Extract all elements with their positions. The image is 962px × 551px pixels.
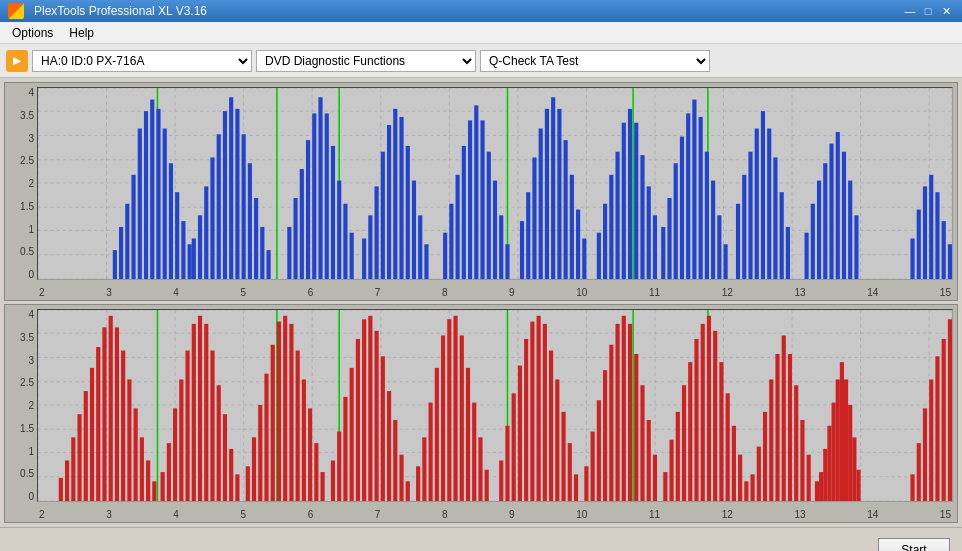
svg-rect-130 [805, 233, 809, 279]
svg-rect-100 [597, 233, 601, 279]
svg-rect-216 [314, 443, 318, 501]
svg-rect-287 [782, 335, 786, 501]
red-chart-y-axis: 4 3.5 3 2.5 2 1.5 1 0.5 0 [5, 309, 37, 502]
svg-rect-231 [416, 466, 420, 501]
svg-rect-246 [518, 366, 522, 501]
close-button[interactable]: ✕ [938, 3, 954, 19]
svg-rect-60 [312, 113, 316, 279]
svg-rect-212 [289, 324, 293, 501]
start-button[interactable]: Start [878, 538, 950, 551]
svg-rect-102 [609, 175, 613, 279]
svg-rect-277 [719, 362, 723, 501]
svg-rect-281 [744, 481, 748, 501]
svg-rect-252 [555, 379, 559, 501]
svg-rect-244 [505, 426, 509, 501]
svg-rect-87 [499, 215, 503, 279]
svg-rect-267 [653, 455, 657, 501]
svg-rect-90 [526, 192, 530, 279]
svg-rect-209 [271, 345, 275, 501]
svg-rect-229 [399, 455, 403, 501]
svg-rect-286 [775, 354, 779, 501]
blue-chart-y-axis: 4 3.5 3 2.5 2 1.5 1 0.5 0 [5, 87, 37, 280]
menu-options[interactable]: Options [4, 24, 61, 42]
svg-rect-40 [175, 192, 179, 279]
svg-rect-250 [543, 324, 547, 501]
svg-rect-114 [686, 113, 690, 279]
svg-rect-85 [487, 152, 491, 279]
svg-rect-191 [152, 481, 156, 501]
info-right: Start i [878, 534, 950, 551]
svg-rect-245 [512, 393, 516, 501]
svg-rect-307 [935, 356, 939, 501]
svg-rect-299 [844, 379, 848, 501]
svg-rect-199 [204, 324, 208, 501]
svg-rect-195 [179, 379, 183, 501]
svg-rect-131 [811, 204, 815, 279]
svg-rect-48 [223, 111, 227, 279]
svg-rect-221 [350, 368, 354, 501]
svg-rect-75 [412, 181, 416, 279]
svg-rect-30 [113, 250, 117, 279]
svg-rect-288 [788, 354, 792, 501]
svg-rect-220 [343, 397, 347, 501]
svg-rect-214 [302, 379, 306, 501]
svg-rect-207 [258, 405, 262, 501]
svg-rect-143 [935, 192, 939, 279]
svg-rect-265 [640, 385, 644, 501]
svg-rect-126 [767, 129, 771, 279]
svg-rect-187 [127, 379, 131, 501]
svg-rect-260 [609, 345, 613, 501]
svg-rect-226 [381, 356, 385, 501]
svg-rect-124 [755, 129, 759, 279]
svg-rect-269 [669, 440, 673, 501]
svg-rect-139 [910, 238, 914, 279]
menu-help[interactable]: Help [61, 24, 102, 42]
svg-rect-71 [387, 125, 391, 279]
red-chart-x-axis: 2 3 4 5 6 7 8 9 10 11 12 13 14 15 [37, 509, 953, 520]
svg-rect-73 [399, 117, 403, 279]
svg-rect-253 [561, 412, 565, 501]
maximize-button[interactable]: □ [920, 3, 936, 19]
svg-rect-43 [192, 238, 196, 279]
test-select[interactable]: Q-Check TA Test [480, 50, 710, 72]
svg-rect-80 [456, 175, 460, 279]
svg-rect-33 [131, 175, 135, 279]
svg-rect-42 [188, 244, 192, 279]
svg-rect-232 [422, 437, 426, 501]
svg-rect-280 [738, 455, 742, 501]
svg-rect-224 [368, 316, 372, 501]
svg-rect-254 [568, 443, 572, 501]
svg-rect-144 [942, 221, 946, 279]
svg-rect-76 [418, 215, 422, 279]
svg-rect-122 [742, 175, 746, 279]
svg-rect-270 [676, 412, 680, 501]
window-title: PlexTools Professional XL V3.16 [34, 4, 207, 18]
svg-rect-132 [817, 181, 821, 279]
svg-rect-133 [823, 163, 827, 279]
function-select[interactable]: DVD Diagnostic Functions [256, 50, 476, 72]
svg-rect-121 [736, 204, 740, 279]
svg-rect-67 [362, 238, 366, 279]
svg-rect-294 [823, 449, 827, 501]
svg-rect-72 [393, 109, 397, 279]
svg-rect-31 [119, 227, 123, 279]
svg-rect-298 [840, 362, 844, 501]
svg-rect-241 [478, 437, 482, 501]
svg-rect-304 [917, 443, 921, 501]
svg-rect-107 [640, 155, 644, 279]
svg-rect-82 [468, 120, 472, 279]
svg-rect-262 [622, 316, 626, 501]
svg-rect-37 [156, 109, 160, 279]
svg-rect-180 [84, 391, 88, 501]
svg-rect-134 [829, 144, 833, 279]
svg-rect-248 [530, 322, 534, 501]
svg-rect-111 [667, 198, 671, 279]
svg-rect-68 [368, 215, 372, 279]
svg-rect-272 [688, 362, 692, 501]
minimize-button[interactable]: — [902, 3, 918, 19]
svg-rect-210 [277, 322, 281, 501]
app-icon [8, 3, 24, 19]
svg-rect-278 [726, 393, 730, 501]
svg-rect-109 [653, 215, 657, 279]
drive-select[interactable]: HA:0 ID:0 PX-716A [32, 50, 252, 72]
